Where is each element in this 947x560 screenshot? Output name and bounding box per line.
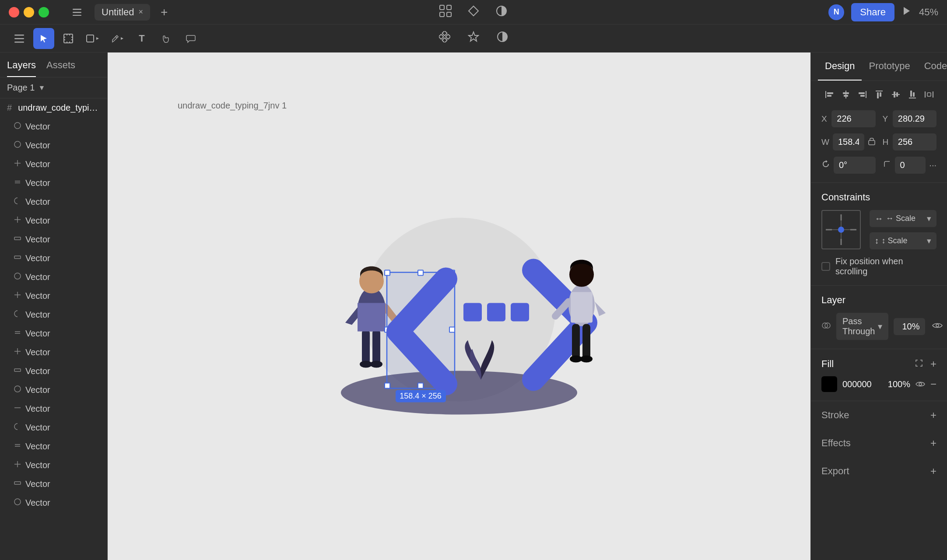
- plugin-icon[interactable]: [464, 28, 483, 49]
- title-tab[interactable]: Untitled ×: [95, 4, 150, 21]
- vector-icon: [14, 461, 21, 470]
- list-item[interactable]: Vector: [0, 117, 107, 136]
- visibility-toggle[interactable]: [930, 319, 944, 334]
- svg-rect-86: [927, 93, 931, 96]
- pen-tool[interactable]: [107, 28, 128, 49]
- list-item[interactable]: Vector: [0, 456, 107, 475]
- fill-add-button[interactable]: +: [930, 358, 936, 370]
- comment-tool[interactable]: [180, 28, 201, 49]
- rotation-input[interactable]: [834, 157, 876, 174]
- hamburger-menu[interactable]: [67, 2, 88, 23]
- page-arrow-icon: ▼: [38, 84, 45, 92]
- diamond-icon[interactable]: [464, 1, 483, 23]
- share-button[interactable]: Share: [851, 3, 894, 21]
- component-icon[interactable]: [435, 28, 454, 49]
- x-input[interactable]: [831, 110, 875, 127]
- grid-icon[interactable]: [436, 1, 455, 23]
- y-input[interactable]: [893, 110, 936, 127]
- list-item[interactable]: Vector: [0, 399, 107, 418]
- fill-opacity-value[interactable]: 100%: [888, 379, 910, 389]
- play-button[interactable]: [901, 6, 912, 19]
- h-constraint-label: ↔ Scale: [886, 214, 924, 223]
- avatar[interactable]: N: [828, 4, 844, 20]
- align-middle-icon[interactable]: [891, 90, 901, 102]
- more-options-icon[interactable]: ···: [929, 160, 936, 170]
- list-item[interactable]: Vector: [0, 136, 107, 155]
- layer-group-item[interactable]: # undraw_code_typing_7jnv 1: [0, 98, 107, 117]
- maximize-button[interactable]: [39, 7, 49, 18]
- contrast-icon[interactable]: [492, 1, 511, 23]
- minimize-button[interactable]: [24, 7, 34, 18]
- v-constraint-dropdown[interactable]: ↕ ↕ Scale ▾: [870, 232, 936, 249]
- theme-icon[interactable]: [493, 28, 512, 49]
- distribute-icon[interactable]: [924, 90, 934, 102]
- export-add-button[interactable]: +: [930, 465, 936, 477]
- list-item[interactable]: Vector: [0, 211, 107, 230]
- effects-add-button[interactable]: +: [930, 437, 936, 449]
- svg-marker-24: [96, 37, 99, 40]
- proportional-lock-icon[interactable]: [868, 136, 876, 148]
- zoom-level[interactable]: 45%: [919, 7, 938, 18]
- fix-scroll-checkbox[interactable]: [821, 262, 830, 271]
- select-tool[interactable]: [33, 28, 54, 49]
- effects-title: Effects: [821, 438, 851, 449]
- fill-resize-icon[interactable]: [915, 358, 923, 370]
- fill-hex-value[interactable]: 000000: [842, 379, 883, 389]
- w-input[interactable]: [833, 133, 864, 150]
- h-input[interactable]: [893, 133, 936, 150]
- h-constraint-dropdown[interactable]: ↔ ↔ Scale ▾: [870, 210, 936, 227]
- list-item[interactable]: Vector: [0, 324, 107, 343]
- frame-tool[interactable]: [58, 28, 79, 49]
- text-tool[interactable]: T: [131, 28, 152, 49]
- design-tab[interactable]: Design: [818, 52, 862, 80]
- list-item[interactable]: Vector: [0, 305, 107, 324]
- close-button[interactable]: [9, 7, 19, 18]
- page-selector[interactable]: Page 1 ▼: [0, 77, 107, 98]
- list-item[interactable]: Vector: [0, 494, 107, 512]
- shape-tool[interactable]: [82, 28, 103, 49]
- list-item[interactable]: Vector: [0, 249, 107, 268]
- vector-icon: [14, 423, 21, 432]
- align-center-icon[interactable]: [841, 90, 851, 102]
- list-item[interactable]: Vector: [0, 437, 107, 456]
- fill-color-swatch[interactable]: [821, 376, 837, 392]
- opacity-input[interactable]: [894, 318, 925, 335]
- assets-tab[interactable]: Assets: [46, 60, 75, 77]
- fill-remove-button[interactable]: −: [930, 378, 936, 390]
- w-label: W: [821, 137, 829, 147]
- fill-visibility-icon[interactable]: [915, 378, 925, 390]
- svg-rect-35: [14, 369, 21, 371]
- list-item[interactable]: Vector: [0, 268, 107, 287]
- list-item[interactable]: Vector: [0, 192, 107, 211]
- align-bottom-icon[interactable]: [908, 90, 917, 102]
- list-item[interactable]: Vector: [0, 287, 107, 305]
- list-item[interactable]: Vector: [0, 343, 107, 362]
- menu-tool[interactable]: [9, 28, 30, 49]
- align-left-icon[interactable]: [824, 90, 834, 102]
- svg-rect-61: [572, 324, 580, 359]
- vector-icon: [14, 235, 21, 244]
- list-item[interactable]: Vector: [0, 155, 107, 174]
- list-item[interactable]: Vector: [0, 174, 107, 192]
- blend-mode-dropdown[interactable]: Pass Through ▾: [836, 313, 888, 340]
- code-tab[interactable]: Code: [917, 52, 947, 80]
- svg-rect-14: [64, 34, 73, 43]
- layers-tab[interactable]: Layers: [7, 60, 36, 77]
- prototype-tab[interactable]: Prototype: [862, 52, 917, 80]
- add-tab-button[interactable]: +: [161, 5, 168, 19]
- list-item[interactable]: Vector: [0, 362, 107, 381]
- list-item[interactable]: Vector: [0, 230, 107, 249]
- align-top-icon[interactable]: [874, 90, 884, 102]
- list-item[interactable]: Vector: [0, 475, 107, 494]
- vector-icon: [14, 367, 21, 376]
- list-item[interactable]: Vector: [0, 418, 107, 437]
- corner-input[interactable]: [895, 157, 926, 174]
- fix-scroll-row: Fix position when scrolling: [821, 256, 936, 276]
- align-right-icon[interactable]: [858, 90, 867, 102]
- close-tab-icon[interactable]: ×: [139, 7, 144, 17]
- stroke-add-button[interactable]: +: [930, 409, 936, 421]
- list-item[interactable]: Vector: [0, 381, 107, 399]
- hand-tool[interactable]: [156, 28, 177, 49]
- canvas[interactable]: undraw_code_typing_7jnv 1: [108, 52, 810, 560]
- constraints-section: Constraints ↔: [811, 183, 947, 286]
